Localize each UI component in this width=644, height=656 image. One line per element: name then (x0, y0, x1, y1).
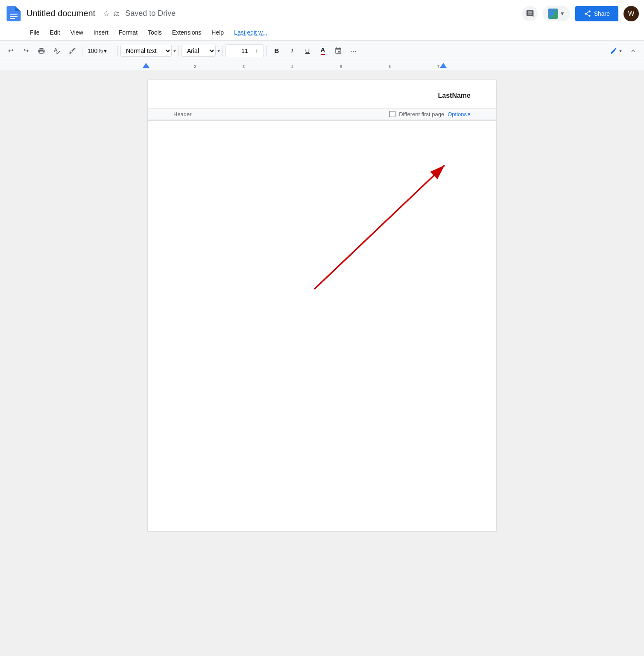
svg-text:4: 4 (291, 64, 293, 69)
more-options-button[interactable]: ··· (346, 44, 361, 58)
header-lastname-text: LastName (438, 92, 471, 100)
menu-extensions[interactable]: Extensions (168, 27, 205, 38)
svg-rect-1 (10, 16, 18, 17)
header-label: Header (173, 111, 192, 117)
header-options: Different first page Options ▾ (389, 111, 471, 117)
options-link[interactable]: Options ▾ (448, 111, 471, 117)
svg-text:6: 6 (389, 64, 391, 69)
title-left: Untitled document ☆ 🗂 Saved to Drive (5, 5, 176, 22)
separator-5 (266, 46, 267, 56)
svg-text:2: 2 (194, 64, 196, 69)
different-first-page-checkbox[interactable] (389, 111, 395, 117)
docs-logo[interactable] (5, 5, 22, 22)
svg-marker-13 (143, 63, 149, 68)
underline-button[interactable]: U (300, 44, 315, 58)
header-content: LastName (173, 80, 471, 111)
bold-button[interactable]: B (269, 44, 284, 58)
font-size-control: − 11 + (225, 44, 264, 57)
document-title[interactable]: Untitled document (26, 9, 95, 18)
paint-format-button[interactable] (65, 44, 79, 58)
different-first-page-label: Different first page (399, 111, 444, 117)
svg-text:3: 3 (243, 64, 245, 69)
share-button[interactable]: Share (575, 6, 618, 21)
toolbar: ↩ ↪ 100% ▾ Normal text ▾ Arial ▾ − 11 + … (0, 41, 644, 61)
edit-mode-button[interactable]: ▾ (606, 45, 625, 56)
header-bar: Header Different first page Options ▾ (148, 108, 496, 120)
font-size-value[interactable]: 11 (239, 47, 251, 54)
menu-edit[interactable]: Edit (46, 27, 64, 38)
font-style-select[interactable]: Normal text (120, 45, 172, 57)
spellcheck-button[interactable] (50, 44, 64, 58)
svg-text:5: 5 (340, 64, 342, 69)
italic-button[interactable]: I (285, 44, 299, 58)
page-header-section: LastName Header Different first page Opt… (148, 80, 496, 121)
text-color-button[interactable]: A (316, 44, 330, 58)
folder-icon[interactable]: 🗂 (113, 10, 120, 18)
font-style-chevron: ▾ (173, 48, 176, 54)
separator-2 (117, 46, 118, 56)
saved-status: Saved to Drive (125, 9, 176, 18)
menu-bar: File Edit View Insert Format Tools Exten… (0, 27, 644, 41)
star-icon[interactable]: ☆ (103, 9, 110, 18)
zoom-button[interactable]: 100% ▾ (85, 44, 115, 58)
meet-button[interactable]: ▼ (543, 6, 570, 21)
svg-text:7: 7 (437, 64, 439, 69)
menu-view[interactable]: View (66, 27, 88, 38)
highlight-button[interactable] (331, 44, 345, 58)
font-size-increase[interactable]: + (252, 46, 262, 56)
svg-rect-2 (10, 18, 15, 19)
svg-marker-14 (440, 63, 447, 68)
redo-button[interactable]: ↪ (19, 44, 33, 58)
font-family-select[interactable]: Arial (181, 45, 216, 57)
zoom-chevron: ▾ (104, 47, 107, 54)
separator-3 (179, 46, 179, 56)
font-chevron: ▾ (217, 48, 220, 54)
share-label: Share (594, 10, 610, 17)
meet-chevron: ▼ (560, 11, 565, 17)
menu-help[interactable]: Help (207, 27, 228, 38)
page-body[interactable] (173, 121, 471, 505)
separator-1 (82, 46, 82, 56)
separator-4 (222, 46, 223, 56)
menu-format[interactable]: Format (114, 27, 142, 38)
menu-tools[interactable]: Tools (143, 27, 166, 38)
title-right: ▼ Share W (522, 6, 639, 21)
meet-icon (548, 9, 558, 19)
svg-rect-3 (550, 12, 554, 15)
menu-insert[interactable]: Insert (89, 27, 113, 38)
user-avatar[interactable]: W (624, 6, 639, 21)
menu-last-edit[interactable]: Last edit w... (230, 27, 272, 38)
collapse-toolbar-button[interactable] (626, 44, 641, 58)
title-icons: ☆ 🗂 Saved to Drive (103, 9, 176, 18)
menu-file[interactable]: File (26, 27, 44, 38)
svg-marker-4 (554, 12, 556, 15)
ruler: 1 2 3 4 5 6 7 (0, 61, 644, 71)
font-size-decrease[interactable]: − (228, 46, 238, 56)
title-bar: Untitled document ☆ 🗂 Saved to Drive ▼ S… (0, 0, 644, 27)
edit-chevron: ▾ (619, 48, 622, 54)
svg-rect-0 (10, 14, 18, 15)
document-page: LastName Header Different first page Opt… (148, 80, 496, 531)
print-button[interactable] (34, 44, 49, 58)
options-chevron: ▾ (468, 111, 471, 117)
comment-button[interactable] (522, 6, 538, 21)
undo-button[interactable]: ↩ (3, 44, 18, 58)
document-area: LastName Header Different first page Opt… (0, 71, 644, 642)
